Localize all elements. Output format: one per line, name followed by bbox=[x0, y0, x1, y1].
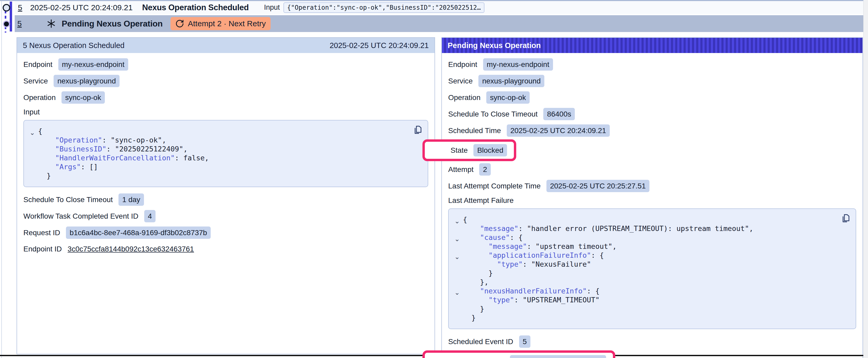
code-line: "HandlerWaitForCancellation": false, bbox=[27, 154, 411, 162]
field-label: Operation bbox=[448, 93, 480, 102]
field-value-badge: 1 day bbox=[119, 193, 144, 206]
window-left-border bbox=[1, 1, 2, 358]
code-line: } bbox=[451, 269, 839, 278]
field-label: Operation bbox=[23, 93, 56, 102]
timeline-node-current-icon[interactable] bbox=[3, 21, 10, 28]
event-detail-panel-header[interactable]: 5 Nexus Operation Scheduled 2025-02-25 U… bbox=[17, 38, 435, 53]
field-label: Attempt bbox=[448, 165, 473, 174]
pending-panel-header-title: Pending Nexus Operation bbox=[448, 41, 541, 50]
input-section-label: Input bbox=[23, 108, 428, 116]
pending-operation-panel-header: Pending Nexus Operation bbox=[442, 38, 863, 53]
field-label: Request ID bbox=[23, 229, 60, 237]
event-detail-fields-bottom: Schedule To Close Timeout1 dayWorkflow T… bbox=[23, 193, 428, 255]
retry-arrow-icon bbox=[175, 19, 184, 28]
field-label: Endpoint bbox=[23, 60, 53, 69]
input-preview-chip[interactable]: {"Operation":"sync-op-ok","BusinessID":"… bbox=[283, 2, 485, 13]
field-operation: Operationsync-op-ok bbox=[448, 91, 856, 104]
field-endpoint-id: Endpoint ID3c0c75ccfa8144b092c13ce632463… bbox=[23, 243, 428, 255]
pending-nexus-operation-row[interactable]: 5 Pending Nexus Operation Attempt 2 · Ne… bbox=[15, 15, 864, 32]
code-line: } bbox=[27, 171, 411, 180]
field-label: Service bbox=[448, 77, 473, 85]
field-label: Endpoint ID bbox=[23, 245, 62, 253]
code-line: "type": "UPSTREAM_TIMEOUT" bbox=[451, 296, 839, 304]
field-last-attempt-complete-time: Last Attempt Complete Time2025-02-25 UTC… bbox=[448, 180, 856, 192]
pending-operation-title: Pending Nexus Operation bbox=[62, 19, 163, 29]
field-service: Servicenexus-playground bbox=[448, 75, 856, 87]
field-workflow-task-completed-event-id: Workflow Task Completed Event ID4 bbox=[23, 210, 428, 222]
field-value-badge: 2 bbox=[479, 163, 491, 175]
field-value-badge: my-nexus-endpoint bbox=[483, 58, 553, 71]
field-label: Endpoint bbox=[448, 60, 477, 69]
code-line: "type": "NexusFailure" bbox=[451, 260, 839, 269]
highlight-annotation-box: Blocked ReasonThe circuit breaker is ope… bbox=[423, 350, 615, 358]
field-schedule-to-close-timeout: Schedule To Close Timeout86400s bbox=[448, 108, 856, 120]
field-label: Scheduled Event ID bbox=[448, 337, 513, 346]
event-detail-header-title: 5 Nexus Operation Scheduled bbox=[23, 41, 125, 50]
code-line: "message": "handler error (UPSTREAM_TIME… bbox=[451, 224, 839, 233]
event-timestamp: 2025-02-25 UTC 20:24:09.21 bbox=[30, 3, 133, 12]
failure-section-label: Last Attempt Failure bbox=[448, 196, 856, 205]
field-label: Last Attempt Complete Time bbox=[448, 182, 541, 190]
field-blocked-reason: Blocked ReasonThe circuit breaker is ope… bbox=[448, 350, 856, 358]
field-scheduled-event-id: Scheduled Event ID5 bbox=[448, 335, 856, 348]
event-timeline-gutter bbox=[0, 1, 15, 36]
collapse-chevron-icon[interactable]: ⌄ bbox=[451, 252, 463, 261]
field-value-badge: my-nexus-endpoint bbox=[58, 58, 128, 71]
code-line: ⌄ "nexusHandlerFailureInfo": { bbox=[451, 287, 839, 296]
field-value-link[interactable]: 3c0c75ccfa8144b092c13ce632463761 bbox=[67, 245, 194, 253]
code-line: ⌄ "cause": { bbox=[451, 233, 839, 242]
event-detail-panel: 5 Nexus Operation Scheduled 2025-02-25 U… bbox=[17, 37, 435, 354]
field-label: State bbox=[451, 146, 468, 155]
field-endpoint: Endpointmy-nexus-endpoint bbox=[448, 58, 856, 71]
field-value-badge: 2025-02-25 UTC 20:25:27.51 bbox=[547, 180, 649, 192]
collapse-chevron-icon[interactable]: ⌄ bbox=[27, 128, 38, 137]
failure-json-viewer: ⌄{ "message": "handler error (UPSTREAM_T… bbox=[448, 208, 856, 329]
code-line: "Operation": "sync-op-ok", bbox=[27, 136, 411, 144]
event-detail-header-timestamp: 2025-02-25 UTC 20:24:09.21 bbox=[330, 41, 429, 50]
pending-event-id-link[interactable]: 5 bbox=[17, 19, 22, 28]
field-scheduled-time: Scheduled Time2025-02-25 UTC 20:24:09.21 bbox=[448, 124, 856, 137]
code-line: ⌄ "applicationFailureInfo": { bbox=[451, 251, 839, 260]
timeline-node-open-icon[interactable] bbox=[3, 4, 10, 11]
code-line: "Args": [] bbox=[27, 162, 411, 171]
copy-icon[interactable] bbox=[840, 213, 851, 224]
scrollbar[interactable] bbox=[863, 0, 868, 358]
collapse-chevron-icon[interactable]: ⌄ bbox=[451, 288, 463, 297]
field-service: Servicenexus-playground bbox=[23, 75, 428, 87]
field-label: Scheduled Time bbox=[448, 127, 501, 135]
field-label: Schedule To Close Timeout bbox=[23, 196, 113, 204]
field-label: Blocked Reason bbox=[451, 357, 504, 358]
code-line: ⌄{ bbox=[451, 215, 839, 224]
field-value-badge: nexus-playground bbox=[478, 75, 544, 87]
event-title: Nexus Operation Scheduled bbox=[142, 3, 249, 12]
field-value-badge: sync-op-ok bbox=[486, 91, 530, 104]
code-line: } bbox=[451, 304, 839, 314]
collapse-chevron-icon[interactable]: ⌄ bbox=[451, 217, 463, 225]
field-schedule-to-close-timeout: Schedule To Close Timeout1 day bbox=[23, 193, 428, 206]
collapse-chevron-icon[interactable]: ⌄ bbox=[451, 234, 463, 243]
nexus-operation-icon bbox=[46, 19, 56, 28]
field-endpoint: Endpointmy-nexus-endpoint bbox=[23, 58, 428, 71]
field-label: Workflow Task Completed Event ID bbox=[23, 212, 138, 221]
field-operation: Operationsync-op-ok bbox=[23, 91, 428, 104]
code-line: } bbox=[451, 314, 839, 322]
code-line: "BusinessID": "20250225122409", bbox=[27, 144, 411, 154]
pending-fields-top: Endpointmy-nexus-endpointServicenexus-pl… bbox=[448, 58, 856, 192]
pending-operation-panel: Pending Nexus Operation Endpointmy-nexus… bbox=[441, 37, 863, 358]
code-line: }, bbox=[451, 278, 839, 287]
highlight-annotation-box: StateBlocked bbox=[423, 139, 516, 161]
field-request-id: Request IDb1c6a4bc-8ee7-468a-9169-df3b02… bbox=[23, 227, 428, 239]
field-value-badge: 2025-02-25 UTC 20:24:09.21 bbox=[507, 124, 610, 137]
code-line: ⌄{ bbox=[27, 127, 411, 136]
attempt-retry-badge: Attempt 2 · Next Retry bbox=[170, 17, 271, 30]
field-value-badge: 4 bbox=[144, 210, 156, 222]
field-value-badge: nexus-playground bbox=[54, 75, 120, 87]
field-label: Schedule To Close Timeout bbox=[448, 110, 537, 118]
field-attempt: Attempt2 bbox=[448, 163, 856, 175]
field-value-badge: Blocked bbox=[473, 144, 507, 156]
event-row-nexus-scheduled[interactable]: 5 2025-02-25 UTC 20:24:09.21 Nexus Opera… bbox=[15, 1, 864, 14]
copy-icon[interactable] bbox=[412, 125, 423, 135]
field-label: Service bbox=[23, 77, 48, 85]
field-value-badge: b1c6a4bc-8ee7-468a-9169-df3b02c8737b bbox=[66, 227, 211, 239]
event-id-link[interactable]: 5 bbox=[18, 3, 22, 12]
